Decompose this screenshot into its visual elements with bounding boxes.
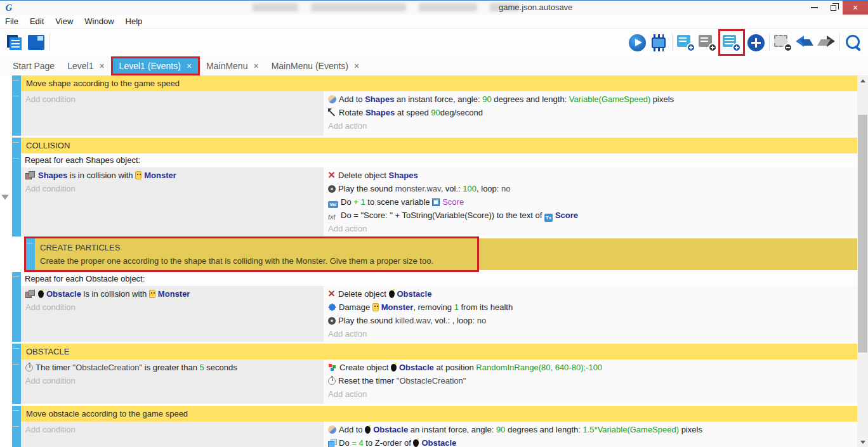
tab-mainmenu[interactable]: MainMenu×: [200, 56, 265, 75]
menu-help[interactable]: Help: [120, 15, 148, 29]
vertical-scrollbar[interactable]: [857, 75, 868, 447]
event-block[interactable]: Add conditionAdd to Shapes an instant fo…: [12, 91, 857, 136]
add-other-button[interactable]: [745, 31, 766, 54]
menu-view[interactable]: View: [49, 15, 79, 29]
comment-block[interactable]: Move obstacle according to the game spee…: [12, 406, 857, 422]
text-segment: 90: [496, 425, 505, 434]
close-button[interactable]: ×: [843, 1, 868, 15]
comment-block[interactable]: OBSTACLE: [12, 344, 857, 360]
search-icon: [845, 34, 862, 51]
start-page-button[interactable]: [25, 31, 47, 54]
sound-icon: [328, 317, 336, 325]
action-row[interactable]: Reset the timer "ObstacleCreation": [325, 374, 857, 387]
tab-level1-events-[interactable]: Level1 (Events)×: [111, 56, 200, 75]
tab-start-page[interactable]: Start Page: [6, 56, 61, 75]
action-row[interactable]: Do = 4 to Z-order of Obstacle: [325, 436, 857, 447]
text-segment: 1: [454, 302, 459, 312]
comment-block[interactable]: COLLISION: [12, 138, 857, 153]
text-segment: , vol.: , loop:: [430, 316, 477, 325]
event-body: Obstacle is in collision with MonsterAdd…: [21, 286, 857, 342]
condition-row[interactable]: Obstacle is in collision with Monster: [22, 287, 324, 301]
action-row[interactable]: Delete object Shapes: [325, 169, 857, 182]
add-condition-placeholder[interactable]: Add condition: [22, 423, 324, 436]
placeholder-text: Add action: [328, 121, 367, 131]
menu-window[interactable]: Window: [79, 15, 119, 29]
debug-button[interactable]: [648, 31, 669, 54]
tab-close-icon[interactable]: ×: [253, 61, 258, 71]
scroll-up-button[interactable]: [857, 75, 868, 86]
add-action-placeholder[interactable]: Add action: [325, 387, 857, 401]
action-row[interactable]: Do + 1 to scene variable Score: [325, 195, 857, 209]
add-event-button[interactable]: [675, 31, 697, 54]
redo-button[interactable]: [815, 31, 837, 54]
project-manager-button[interactable]: [4, 31, 25, 54]
condition-row[interactable]: The timer "ObstacleCreation" is greater …: [22, 361, 324, 374]
add-action-placeholder[interactable]: Add action: [325, 327, 857, 340]
menu-edit[interactable]: Edit: [24, 15, 49, 29]
repeat-header[interactable]: Repeat for each Obstacle object:: [21, 272, 857, 286]
comment-block[interactable]: Move shape according to the game speed: [12, 75, 857, 91]
tab-mainmenu-events-[interactable]: MainMenu (Events)×: [265, 56, 366, 75]
search-button[interactable]: [843, 31, 864, 54]
text-segment: an instant force, angle:: [408, 425, 496, 434]
tab-label: MainMenu: [206, 61, 247, 71]
tab-close-icon[interactable]: ×: [354, 61, 359, 71]
menu-file[interactable]: File: [0, 15, 24, 29]
sub-comment-block[interactable]: CREATE PARTICLESCreate the proper one ac…: [26, 238, 857, 270]
add-comment-button[interactable]: [721, 31, 742, 54]
event-body: Add conditionAdd to Shapes an instant fo…: [21, 91, 857, 136]
minimize-button[interactable]: [805, 1, 824, 15]
window-controls: ×: [805, 1, 868, 15]
scrollbar-thumb[interactable]: [858, 115, 867, 353]
action-row[interactable]: Add to Obstacle an instant force, angle:…: [325, 423, 857, 436]
object-name: Shapes: [389, 171, 418, 180]
action-row[interactable]: Play the sound monster.wav, vol.: 100, l…: [325, 182, 857, 195]
toolbar-divider: [769, 34, 770, 51]
restore-button[interactable]: [824, 1, 843, 15]
add-condition-placeholder[interactable]: Add condition: [22, 374, 324, 387]
object-name: Shapes: [365, 108, 395, 117]
add-condition-placeholder[interactable]: Add condition: [22, 93, 324, 106]
placeholder-text: Add condition: [25, 94, 76, 104]
text-segment: degrees and length:: [505, 425, 582, 434]
toolbar: [0, 29, 868, 56]
add-condition-placeholder[interactable]: Add condition: [22, 182, 324, 195]
text-segment: Create object: [339, 363, 391, 372]
action-row[interactable]: Play the sound killed.wav, vol.: , loop:…: [325, 314, 857, 327]
add-action-placeholder[interactable]: Add action: [325, 119, 857, 133]
force-icon: [328, 425, 336, 434]
remove-event-button[interactable]: [772, 31, 794, 54]
scroll-down-button[interactable]: [857, 437, 868, 447]
action-row[interactable]: Add to Shapes an instant force, angle: 9…: [325, 93, 857, 106]
collapse-arrow-icon[interactable]: [1, 195, 9, 200]
redacted-title-text: [253, 3, 519, 11]
action-row[interactable]: Do = "Score: " + ToString(Variable(Score…: [325, 209, 857, 222]
event-block[interactable]: Add conditionAdd to Obstacle an instant …: [12, 422, 857, 447]
action-row[interactable]: Delete object Obstacle: [325, 287, 857, 301]
condition-row[interactable]: Shapes is in collision with Monster: [22, 169, 324, 182]
tab-close-icon[interactable]: ×: [99, 61, 104, 71]
object-name: Obstacle: [46, 289, 81, 299]
add-action-placeholder[interactable]: Add action: [325, 222, 857, 235]
undo-button[interactable]: [794, 31, 815, 54]
object-name: Shapes: [38, 171, 67, 180]
action-row[interactable]: Damage Monster, removing 1 from its heal…: [325, 301, 857, 314]
tab-close-icon[interactable]: ×: [187, 61, 192, 71]
object-name: Monster: [144, 171, 176, 180]
placeholder-text: Add condition: [25, 425, 76, 434]
event-block[interactable]: The timer "ObstacleCreation" is greater …: [12, 360, 857, 404]
action-row[interactable]: Rotate Shapes at speed 90deg/second: [325, 106, 857, 119]
repeat-event-block[interactable]: Repeat for each Shapes object:Shapes is …: [12, 153, 857, 236]
tab-label: Level1 (Events): [119, 61, 181, 71]
repeat-header[interactable]: Repeat for each Shapes object:: [21, 153, 857, 167]
text-segment: degrees and length:: [492, 94, 569, 104]
redo-icon: [817, 35, 835, 50]
play-button[interactable]: [626, 31, 648, 54]
tab-level1[interactable]: Level1×: [61, 56, 110, 75]
delete-icon: [328, 171, 336, 179]
repeat-event-block[interactable]: Repeat for each Obstacle object:Obstacle…: [12, 272, 857, 342]
action-row[interactable]: Create object Obstacle at position Rando…: [325, 361, 857, 374]
collision-icon: [25, 171, 36, 179]
add-subevent-button[interactable]: [697, 31, 718, 54]
add-condition-placeholder[interactable]: Add condition: [22, 301, 324, 314]
